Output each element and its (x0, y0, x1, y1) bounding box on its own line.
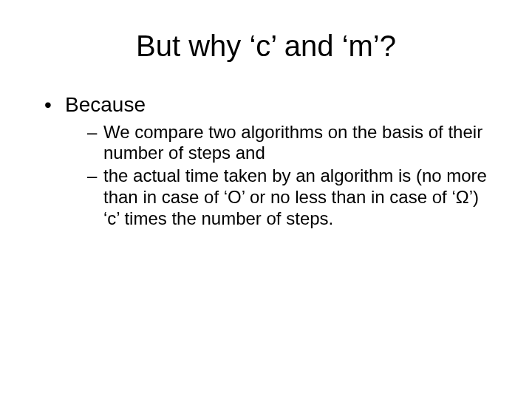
bullet-text: Because (65, 93, 146, 116)
bullet-list-level2: We compare two algorithms on the basis o… (87, 122, 495, 230)
slide-title: But why ‘c’ and ‘m’? (37, 30, 495, 63)
bullet-item: Because We compare two algorithms on the… (44, 92, 495, 230)
sub-bullet-item: We compare two algorithms on the basis o… (87, 122, 495, 165)
sub-bullet-text: We compare two algorithms on the basis o… (103, 122, 482, 163)
bullet-list-level1: Because We compare two algorithms on the… (44, 92, 495, 230)
sub-bullet-item: the actual time taken by an algorithm is… (87, 166, 495, 229)
slide-content: Because We compare two algorithms on the… (37, 92, 495, 230)
sub-bullet-text: the actual time taken by an algorithm is… (103, 166, 487, 228)
slide: But why ‘c’ and ‘m’? Because We compare … (0, 0, 532, 399)
